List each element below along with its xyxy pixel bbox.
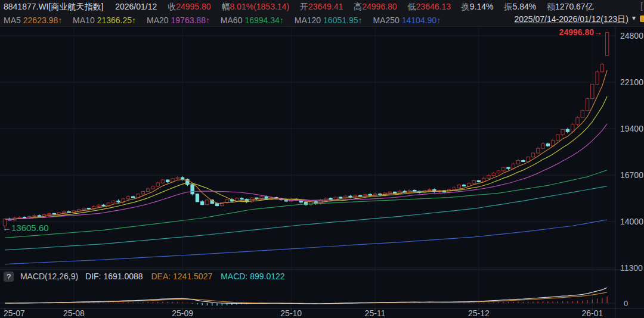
ma5-value: 22623.98↑ [23, 15, 62, 25]
quote-date: 2026/01/12 [115, 2, 157, 11]
macd-zero-tick: 0 [624, 299, 628, 308]
period-low-annotation: ←13605.60 [2, 223, 49, 233]
amount-value: 1270.67亿 [555, 2, 594, 11]
left-arrow-icon: ← [2, 223, 11, 233]
amplitude-value: 5.84% [512, 2, 536, 11]
ma-line-MA60 [5, 170, 607, 238]
high-label: 高 [354, 2, 362, 11]
y-axis-tick: 14000 [620, 217, 643, 226]
ma120-value: 16051.95↑ [323, 15, 362, 25]
y-axis-tick: 24800 [620, 31, 643, 40]
x-axis-tick: 25-07 [4, 308, 25, 318]
y-axis-tick: 16700 [620, 170, 643, 180]
macd-label: MACD: [221, 272, 247, 281]
ma-line-MA120 [5, 186, 607, 250]
open-label: 开 [300, 2, 308, 11]
ma20-value: 19763.88↑ [171, 15, 210, 25]
ma-line-MA250 [5, 220, 607, 264]
dea-label: DEA: [151, 272, 171, 281]
dif-value: 1691.0088 [103, 272, 143, 281]
macd-layer: 0 [0, 288, 628, 308]
ma60-label: MA60 [221, 15, 243, 25]
chart-window: 248002210019400167001400011300025-0725-0… [0, 0, 644, 318]
low-value: 23646.13 [416, 2, 451, 11]
x-axis-tick: 25-11 [365, 308, 386, 318]
y-axis-tick: 11300 [620, 263, 643, 273]
x-axis-tick: 25-09 [172, 308, 193, 318]
help-icon[interactable]: ? [4, 272, 14, 282]
ma20-label: MA20 [147, 15, 169, 25]
ma-line-MA5 [5, 70, 607, 220]
ma5-label: MA5 [4, 15, 21, 25]
high-value: 24996.80 [362, 2, 397, 11]
ma250-label: MA250 [373, 15, 399, 25]
chart-canvas[interactable]: 248002210019400167001400011300025-0725-0… [0, 0, 644, 318]
period-high-annotation: 24996.80→ [559, 27, 602, 37]
turnover-label: 换 [462, 2, 470, 11]
panel-bracket-icon: [ [640, 1, 643, 11]
close-label: 收 [168, 2, 176, 11]
turnover-value: 9.14% [470, 2, 494, 11]
ma60-value: 16994.34↑ [244, 15, 283, 25]
amplitude-label: 振 [504, 2, 512, 11]
dif-label: DIF: [85, 272, 101, 281]
macd-name: MACD(12,26,9) [20, 272, 78, 281]
chevron-down-icon[interactable]: ▼ [631, 15, 637, 21]
ma-line-MA10 [5, 96, 607, 220]
quote-header: 8841877.WI[商业航天指数] 2026/01/12 收24995.80 … [0, 0, 644, 14]
close-value: 24995.80 [176, 2, 210, 11]
low-label: 低 [408, 2, 416, 11]
open-value: 23649.41 [308, 2, 343, 11]
y-axis-tick: 19400 [620, 124, 643, 133]
corner-tool-icon[interactable] [640, 15, 644, 22]
x-axis-tick: 25-08 [63, 308, 85, 318]
amount-label: 额 [547, 2, 555, 11]
macd-legend: ? MACD(12,26,9) DIF: 1691.0088 DEA: 1241… [4, 272, 285, 282]
ma-lines-layer [5, 70, 607, 264]
x-axis-tick: 25-10 [280, 308, 302, 318]
ma120-label: MA120 [295, 15, 321, 25]
period-low-value: 13605.60 [11, 223, 49, 233]
ma10-value: 21366.25↑ [97, 15, 136, 25]
x-axis-tick: 26-01 [581, 308, 603, 318]
x-axis-tick: 25-12 [468, 308, 490, 318]
change-value: 8.01%(1853.14) [230, 2, 289, 11]
instrument-title: 8841877.WI[商业航天指数] [4, 2, 103, 11]
dif-line [5, 288, 607, 304]
change-label: 幅 [221, 2, 230, 11]
ma10-label: MA10 [73, 15, 95, 25]
grid-layer: 248002210019400167001400011300 [0, 27, 643, 308]
ma250-value: 14104.90↑ [402, 15, 441, 25]
macd-value: 899.0122 [250, 272, 284, 281]
date-range-selector[interactable]: 2025/07/14-2026/01/12(123日) [515, 14, 628, 25]
y-axis-tick: 22100 [620, 77, 643, 87]
dea-value: 1241.5027 [173, 272, 212, 281]
candles-layer [3, 32, 609, 228]
